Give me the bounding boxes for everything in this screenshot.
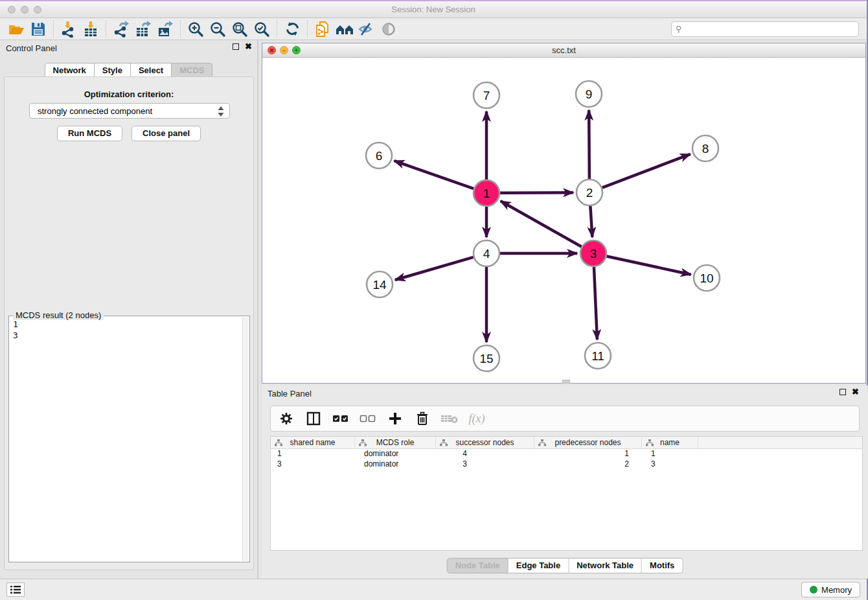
edge-2-3[interactable]	[590, 206, 592, 237]
edge-3-10[interactable]	[607, 256, 691, 274]
node-label-2: 2	[586, 186, 593, 200]
table-options-button[interactable]	[277, 410, 295, 427]
table-panel-title: Table Panel	[268, 389, 312, 398]
run-mcds-button[interactable]: Run MCDS	[57, 126, 122, 141]
list-icon	[10, 585, 21, 594]
close-panel-icon[interactable]: ✖	[245, 43, 252, 50]
delete-columns-icon	[416, 411, 429, 426]
table-cell[interactable]: 3	[271, 459, 355, 470]
first-neighbors-icon	[335, 21, 354, 37]
select-all-columns-button[interactable]	[332, 410, 350, 427]
import-network-icon	[60, 21, 77, 38]
import-network-button[interactable]	[58, 19, 80, 39]
window-top-edge	[0, 0, 867, 1]
column-header-successor-nodes[interactable]: successor nodes	[436, 437, 534, 448]
float-panel-icon[interactable]	[233, 43, 239, 50]
application-window: Session: New Session	[0, 0, 868, 600]
title-bar[interactable]: Session: New Session	[0, 1, 867, 18]
zoom-in-button[interactable]	[185, 19, 207, 39]
table-cell[interactable]: dominator	[355, 449, 436, 459]
node-label-3: 3	[590, 247, 597, 260]
table-tabs: Node TableEdge TableNetwork TableMotifs	[447, 558, 683, 573]
table-row[interactable]: 3dominator323	[271, 459, 862, 470]
table-cell[interactable]: 1	[534, 449, 642, 459]
task-history-button[interactable]	[6, 583, 25, 597]
edge-1-2[interactable]	[500, 192, 573, 193]
mcds-result-scrollbar[interactable]	[242, 317, 249, 561]
refresh-layout-button[interactable]	[281, 19, 303, 39]
export-network-icon	[113, 21, 130, 38]
column-header-MCDS-role[interactable]: MCDS role	[355, 437, 436, 448]
table-cell[interactable]: 2	[534, 459, 642, 470]
zoom-in-icon	[187, 21, 204, 38]
export-network-button[interactable]	[110, 19, 132, 39]
node-label-1: 1	[483, 187, 490, 200]
node-table[interactable]: shared nameMCDS rolesuccessor nodesprede…	[270, 436, 863, 551]
criterion-value: strongly connected component	[38, 106, 152, 116]
memory-button[interactable]: Memory	[801, 582, 860, 597]
export-image-button[interactable]	[154, 19, 176, 39]
toolbar-separator	[180, 21, 181, 38]
table-tab-edge-table[interactable]: Edge Table	[508, 558, 569, 573]
network-graph-canvas[interactable]: 7968124314101511	[262, 58, 865, 383]
mcds-result-group: MCDS result (2 nodes) 1 3	[8, 316, 250, 562]
close-table-panel-icon[interactable]: ✖	[852, 389, 859, 395]
table-cell[interactable]: 3	[642, 459, 698, 470]
node-label-10: 10	[700, 271, 713, 285]
main-toolbar: ⚲	[0, 18, 867, 40]
show-columns-icon	[306, 411, 321, 426]
save-session-button[interactable]	[27, 19, 49, 39]
float-table-panel-icon[interactable]	[839, 389, 846, 395]
export-table-button[interactable]	[132, 19, 154, 39]
show-columns-button[interactable]	[304, 410, 323, 427]
table-cell[interactable]: dominator	[355, 459, 436, 470]
clone-network-button[interactable]	[312, 19, 334, 39]
table-tab-motifs[interactable]: Motifs	[642, 558, 683, 573]
import-table-button[interactable]	[80, 19, 102, 39]
network-window-titlebar[interactable]: ✕ − + scc.txt	[262, 43, 865, 58]
unselect-all-columns-button[interactable]	[359, 410, 377, 427]
zoom-fit-button[interactable]	[229, 19, 251, 39]
delete-columns-button[interactable]	[413, 410, 431, 427]
edge-2-8[interactable]	[602, 154, 691, 188]
edge-3-11[interactable]	[594, 267, 597, 340]
table-cell[interactable]: 1	[642, 449, 698, 459]
column-header-predecessor-nodes[interactable]: predecessor nodes	[534, 437, 642, 448]
mcds-result-text[interactable]: 1 3	[13, 319, 242, 560]
unselect-all-columns-icon	[360, 413, 376, 424]
function-builder-icon[interactable]: f(x)	[468, 410, 486, 427]
criterion-select[interactable]: strongly connected component	[29, 103, 230, 119]
mcds-panel: Optimization criterion: strongly connect…	[4, 76, 254, 570]
zoom-selected-button[interactable]	[251, 19, 273, 39]
column-header-name[interactable]: name	[642, 437, 698, 448]
edge-4-14[interactable]	[395, 257, 474, 280]
delete-table-button[interactable]	[440, 410, 459, 427]
import-table-icon	[82, 21, 99, 38]
table-cell[interactable]: 1	[271, 449, 355, 459]
edge-2-9[interactable]	[589, 110, 589, 179]
open-session-button[interactable]	[5, 19, 27, 39]
table-tab-network-table[interactable]: Network Table	[569, 558, 642, 573]
edge-1-6[interactable]	[394, 161, 474, 189]
table-cell[interactable]: 4	[436, 449, 534, 459]
window-resize-handle[interactable]	[562, 380, 570, 384]
table-tab-node-table[interactable]: Node Table	[447, 558, 508, 573]
node-label-4: 4	[483, 247, 490, 260]
show-details-button[interactable]	[378, 19, 400, 39]
hide-details-button[interactable]	[356, 19, 378, 39]
node-label-7: 7	[483, 89, 490, 102]
select-stepper-icon	[217, 106, 225, 117]
create-column-button[interactable]	[386, 410, 404, 427]
refresh-layout-icon	[284, 21, 301, 37]
search-input[interactable]	[671, 21, 859, 37]
clone-network-icon	[314, 21, 331, 38]
edge-3-1[interactable]	[501, 201, 582, 246]
control-panel: Control Panel ✖ NetworkStyleSelectMCDS O…	[0, 40, 258, 579]
column-header-shared-name[interactable]: shared name	[271, 437, 355, 448]
table-row[interactable]: 1dominator411	[271, 449, 862, 459]
table-panel: Table Panel ✖	[262, 386, 868, 579]
zoom-out-button[interactable]	[207, 19, 229, 39]
close-panel-button[interactable]: Close panel	[131, 126, 201, 141]
table-cell[interactable]: 3	[436, 459, 534, 470]
first-neighbors-button[interactable]	[334, 19, 356, 39]
